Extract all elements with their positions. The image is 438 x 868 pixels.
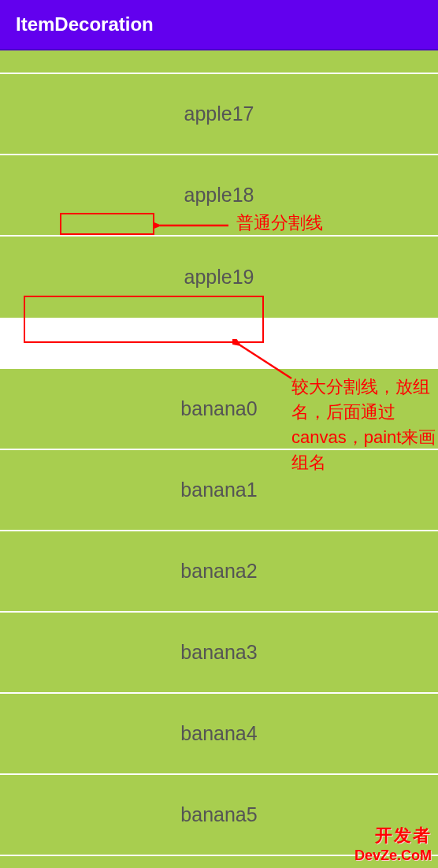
list-item-label: banana1	[180, 479, 257, 501]
arrow-icon	[232, 339, 295, 382]
watermark-line2: DevZe.CoM	[354, 848, 432, 864]
list-item-label: banana2	[180, 560, 257, 583]
list-item-label: banana0	[180, 397, 257, 420]
list-item-label: apple19	[184, 266, 254, 289]
list-item-label: apple17	[184, 102, 254, 125]
list-item-label: apple18	[184, 184, 254, 207]
annotation-box-normal-divider	[60, 213, 154, 235]
list-item[interactable]: banana2	[0, 531, 438, 613]
list-item-label: banana3	[180, 641, 257, 664]
watermark-line1: 开发者	[354, 824, 432, 848]
list-item-label: banana5	[180, 803, 257, 826]
annotation-text-normal-divider: 普通分割线	[236, 211, 323, 235]
arrow-icon	[154, 218, 232, 233]
svg-line-3	[240, 345, 291, 378]
app-bar-title: ItemDecoration	[16, 13, 154, 35]
watermark: 开发者 DevZe.CoM	[354, 824, 432, 864]
list-item[interactable]	[0, 50, 438, 74]
annotation-box-large-divider	[24, 296, 264, 343]
list-item[interactable]: banana3	[0, 613, 438, 694]
app-bar: ItemDecoration	[0, 0, 438, 50]
list-item[interactable]: apple17	[0, 74, 438, 155]
list-item-label: banana4	[180, 722, 257, 745]
list-item[interactable]: banana4	[0, 694, 438, 775]
annotation-text-large-divider: 较大分割线，放组名，后面通过canvas，paint来画组名	[291, 374, 438, 475]
